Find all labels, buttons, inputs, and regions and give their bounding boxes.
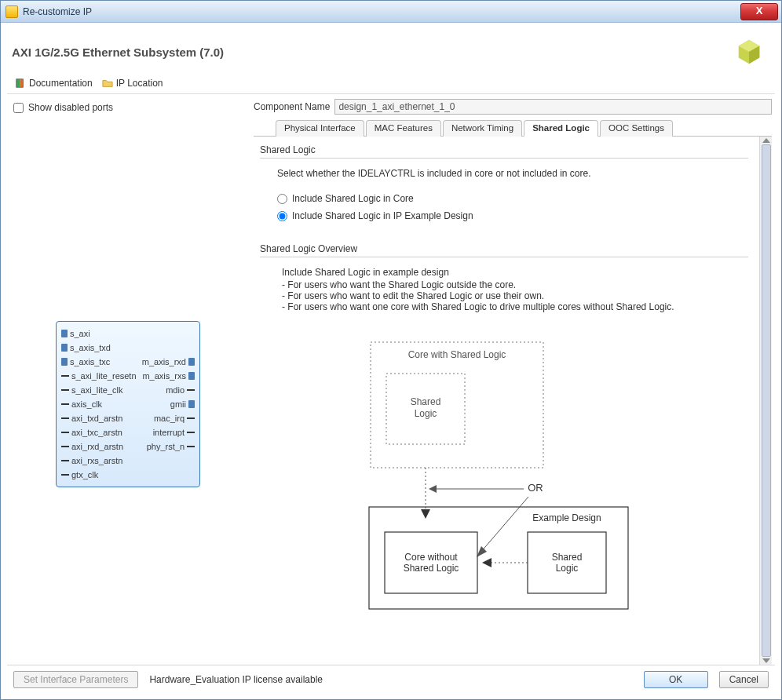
tab-shared-logic[interactable]: Shared Logic — [524, 120, 598, 137]
radio-include-in-example[interactable]: Include Shared Logic in IP Example Desig… — [260, 207, 748, 224]
port-right: mdio — [166, 385, 185, 395]
overview-title: Shared Logic Overview — [260, 243, 748, 257]
port-left: axi_rxd_arstn — [71, 442, 123, 451]
overview-diagram: Core with Shared Logic Shared Logic OR — [347, 334, 661, 617]
component-name-input[interactable] — [334, 99, 772, 115]
svg-rect-3 — [16, 79, 20, 88]
radio-input[interactable] — [277, 211, 287, 221]
overview-bullet-2: - For users who want to edit the Shared … — [282, 290, 748, 301]
radio-input[interactable] — [277, 194, 287, 204]
port-right: m_axis_rxs — [142, 371, 186, 381]
overview-body: Include Shared Logic in example design -… — [260, 267, 748, 312]
tab-physical-interface[interactable]: Physical Interface — [276, 120, 364, 137]
tab-label: MAC Features — [375, 123, 433, 133]
left-pane: Show disabled ports s_axi s_axis_txd s_a… — [7, 94, 250, 665]
port-right: m_axis_rxd — [142, 357, 186, 366]
component-name-label: Component Name — [254, 101, 330, 112]
dialog-window: Re-customize IP X AXI 1G/2.5G Ethernet S… — [0, 0, 782, 700]
radio-include-core-label: Include Shared Logic in Core — [292, 193, 414, 204]
overview-heading: Include Shared Logic in example design — [282, 267, 748, 278]
port-left: s_axi_lite_clk — [71, 385, 122, 395]
tab-label: Shared Logic — [532, 123, 590, 133]
port-left: s_axi — [70, 329, 90, 338]
folder-icon — [102, 78, 113, 89]
port-right: gmii — [170, 399, 186, 409]
app-icon — [5, 5, 18, 18]
core-with-sl-label: Core with Shared Logic — [408, 349, 506, 360]
scroll-thumb[interactable] — [762, 144, 771, 657]
ip-location-button[interactable]: IP Location — [99, 76, 166, 90]
svg-marker-11 — [421, 509, 430, 519]
tab-content: Shared Logic Select whether the IDELAYCT… — [254, 137, 759, 665]
radio-include-in-core[interactable]: Include Shared Logic in Core — [260, 190, 748, 207]
svg-marker-15 — [477, 546, 487, 557]
svg-text:Shared: Shared — [411, 396, 441, 407]
component-name-row: Component Name — [254, 99, 772, 115]
ip-block[interactable]: s_axi s_axis_txd s_axis_txcm_axis_rxd s_… — [56, 321, 200, 487]
svg-marker-24 — [482, 558, 491, 567]
documentation-label: Documentation — [29, 78, 93, 89]
port-left: axi_rxs_arstn — [71, 456, 122, 465]
svg-rect-6 — [371, 342, 543, 468]
shared-logic-title: Shared Logic — [260, 144, 748, 159]
main-panel: AXI 1G/2.5G Ethernet Subsystem (7.0) — [7, 29, 775, 693]
port-left: s_axis_txc — [70, 357, 110, 366]
header: AXI 1G/2.5G Ethernet Subsystem (7.0) — [7, 29, 775, 75]
svg-text:Logic: Logic — [556, 563, 579, 574]
ip-location-label: IP Location — [116, 78, 163, 89]
license-text: Hardware_Evaluation IP license available — [149, 674, 323, 685]
overview-bullet-3: - For users who want one core with Share… — [282, 301, 748, 312]
close-icon: X — [756, 5, 763, 16]
overview-bullet-1: - For users who want the Shared Logic ou… — [282, 279, 748, 290]
show-disabled-input[interactable] — [13, 103, 24, 113]
tab-label: OOC Settings — [608, 123, 664, 133]
radio-include-example-label: Include Shared Logic in IP Example Desig… — [292, 210, 473, 221]
port-right: phy_rst_n — [147, 442, 185, 451]
tab-label: Network Timing — [451, 123, 513, 133]
example-design-label: Example Design — [532, 512, 601, 523]
scroll-up-icon[interactable] — [762, 138, 770, 143]
diagram-wrap: Core with Shared Logic Shared Logic OR — [260, 334, 748, 617]
port-left: gtx_clk — [71, 470, 98, 479]
tab-body: Shared Logic Select whether the IDELAYCT… — [254, 137, 772, 665]
main-split: Show disabled ports s_axi s_axis_txd s_a… — [7, 94, 775, 665]
tabbar: Physical Interface MAC Features Network … — [254, 119, 772, 137]
port-left: s_axi_lite_resetn — [71, 371, 137, 381]
tab-label: Physical Interface — [284, 123, 356, 133]
tab-mac-features[interactable]: MAC Features — [366, 120, 441, 137]
port-right: mac_irq — [154, 414, 185, 423]
book-icon — [15, 78, 26, 89]
vendor-logo — [734, 37, 764, 67]
ok-button[interactable]: OK — [644, 671, 708, 688]
scrollbar[interactable] — [759, 137, 772, 665]
svg-text:Shared: Shared — [552, 552, 583, 563]
footer: Set Interface Parameters Hardware_Evalua… — [7, 665, 775, 693]
port-left: axi_txc_arstn — [71, 428, 122, 437]
ip-symbol-area: s_axi s_axis_txd s_axis_txcm_axis_rxd s_… — [12, 148, 244, 660]
svg-text:Shared Logic: Shared Logic — [404, 563, 459, 574]
titlebar[interactable]: Re-customize IP X — [1, 1, 781, 23]
svg-line-14 — [481, 497, 528, 552]
window-title-text: Re-customize IP — [23, 6, 92, 17]
shared-logic-desc: Select whether the IDELAYCTRL is include… — [260, 168, 748, 190]
ip-title: AXI 1G/2.5G Ethernet Subsystem (7.0) — [12, 46, 224, 59]
cancel-button[interactable]: Cancel — [719, 671, 769, 688]
scroll-down-icon[interactable] — [762, 658, 770, 663]
close-button[interactable]: X — [740, 3, 778, 20]
port-left: axi_txd_arstn — [71, 414, 122, 423]
set-interface-params-button[interactable]: Set Interface Parameters — [13, 671, 138, 688]
port-right: interrupt — [153, 428, 185, 437]
svg-marker-13 — [429, 485, 437, 493]
content-outer: AXI 1G/2.5G Ethernet Subsystem (7.0) — [1, 23, 781, 699]
port-left: axis_clk — [71, 399, 102, 409]
tab-ooc-settings[interactable]: OOC Settings — [600, 120, 673, 137]
svg-rect-4 — [20, 79, 23, 88]
documentation-button[interactable]: Documentation — [12, 76, 96, 90]
show-disabled-checkbox[interactable]: Show disabled ports — [12, 99, 244, 116]
titlebar-left: Re-customize IP — [5, 5, 92, 18]
right-pane: Component Name Physical Interface MAC Fe… — [250, 94, 775, 665]
toolbar: Documentation IP Location — [7, 75, 775, 94]
or-label: OR — [528, 482, 543, 494]
tab-network-timing[interactable]: Network Timing — [443, 120, 522, 137]
svg-text:Core without: Core without — [404, 552, 458, 563]
